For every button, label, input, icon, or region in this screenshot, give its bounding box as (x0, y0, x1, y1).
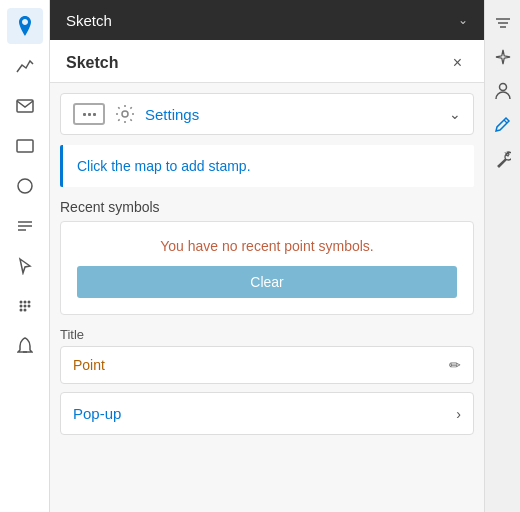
clear-button[interactable]: Clear (77, 266, 457, 298)
sidebar-icon-envelope[interactable] (7, 88, 43, 124)
no-symbols-text: You have no recent point symbols. (160, 238, 374, 254)
title-value: Point (73, 357, 105, 373)
svg-point-12 (19, 309, 22, 312)
sidebar-icon-rectangle[interactable] (7, 128, 43, 164)
svg-point-6 (19, 301, 22, 304)
svg-point-13 (23, 309, 26, 312)
wrench-icon[interactable] (488, 144, 518, 174)
sidebar-icon-chart[interactable] (7, 48, 43, 84)
title-label: Title (60, 327, 474, 342)
svg-point-8 (27, 301, 30, 304)
recent-symbols-box: You have no recent point symbols. Clear (60, 221, 474, 315)
filter-icon[interactable] (488, 8, 518, 38)
svg-point-11 (27, 305, 30, 308)
svg-point-15 (122, 111, 128, 117)
title-field[interactable]: Point ✏ (60, 346, 474, 384)
popup-chevron: › (456, 406, 461, 422)
info-box: Click the map to add stamp. (60, 145, 474, 187)
title-section: Title Point ✏ (60, 327, 474, 384)
top-bar: Sketch ⌄ (50, 0, 484, 40)
pencil-draw-icon[interactable] (488, 110, 518, 140)
sidebar-icon-grid[interactable] (7, 288, 43, 324)
svg-rect-1 (17, 140, 33, 152)
svg-point-9 (19, 305, 22, 308)
panel-body: Settings ⌄ Click the map to add stamp. R… (50, 83, 484, 512)
gear-icon (113, 102, 137, 126)
right-sidebar (484, 0, 520, 512)
sidebar-icon-cursor[interactable] (7, 248, 43, 284)
settings-label: Settings (145, 106, 199, 123)
info-message: Click the map to add stamp. (77, 158, 251, 174)
svg-point-10 (23, 305, 26, 308)
person-icon[interactable] (488, 76, 518, 106)
top-bar-chevron[interactable]: ⌄ (458, 13, 468, 27)
recent-symbols-label: Recent symbols (60, 199, 474, 215)
svg-point-7 (23, 301, 26, 304)
panel-header: Sketch × (50, 40, 484, 83)
svg-point-2 (18, 179, 32, 193)
keyboard-icon (73, 103, 105, 125)
sidebar-icon-bell[interactable] (7, 328, 43, 364)
settings-row[interactable]: Settings ⌄ (60, 93, 474, 135)
keyboard-dots (83, 113, 96, 116)
edit-icon: ✏ (449, 357, 461, 373)
svg-line-20 (504, 120, 507, 123)
sidebar-icon-pin[interactable] (7, 8, 43, 44)
sidebar-icon-text[interactable] (7, 208, 43, 244)
panel-title: Sketch (66, 54, 118, 72)
settings-left: Settings (73, 102, 199, 126)
sketch-panel: Sketch × (50, 40, 484, 512)
svg-point-19 (499, 84, 506, 91)
sparkle-icon[interactable] (488, 42, 518, 72)
settings-chevron: ⌄ (449, 106, 461, 122)
popup-label: Pop-up (73, 405, 121, 422)
main-area: Sketch ⌄ Sketch × (50, 0, 484, 512)
top-bar-title: Sketch (66, 12, 112, 29)
sidebar-icon-circle[interactable] (7, 168, 43, 204)
popup-row[interactable]: Pop-up › (60, 392, 474, 435)
left-sidebar (0, 0, 50, 512)
svg-rect-0 (17, 100, 33, 112)
panel-close-button[interactable]: × (447, 52, 468, 74)
